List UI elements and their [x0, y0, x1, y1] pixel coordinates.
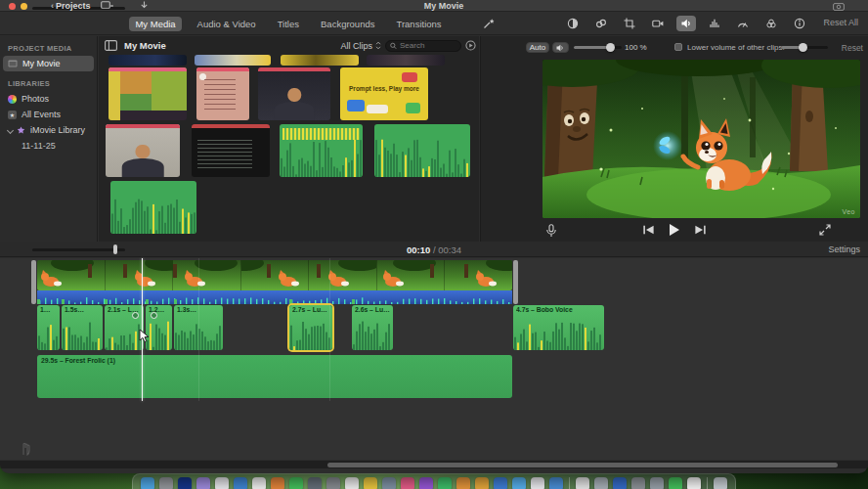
- media-thumbnail-promo[interactable]: Prompt less, Play more: [340, 67, 428, 120]
- previous-frame-button[interactable]: [643, 224, 655, 236]
- dock-app-icon[interactable]: [289, 477, 303, 489]
- lower-volume-slider[interactable]: [781, 46, 828, 49]
- dock-app-icon[interactable]: [345, 477, 359, 489]
- audio-clip[interactable]: 2.1s – L…: [105, 305, 144, 350]
- lower-volume-checkbox[interactable]: [674, 43, 682, 51]
- video-clip-audio-track[interactable]: [37, 290, 512, 304]
- dock-app-icon[interactable]: [494, 477, 507, 489]
- media-thumbnail-strip-navy[interactable]: [108, 55, 187, 66]
- audio-clip[interactable]: 1.5s…: [62, 305, 103, 350]
- media-thumbnail-strip-dark[interactable]: [367, 55, 445, 66]
- dock-app-icon[interactable]: [669, 477, 682, 489]
- sidebar-item-my-movie[interactable]: My Movie: [3, 56, 94, 71]
- dock-app-icon[interactable]: [215, 477, 229, 489]
- fullscreen-icon[interactable]: [819, 224, 831, 236]
- reset-all-button[interactable]: Reset All: [823, 18, 858, 27]
- auto-volume-button[interactable]: Auto: [526, 42, 549, 53]
- timeline-horizontal-scrollbar[interactable]: [0, 461, 868, 468]
- fade-handle[interactable]: [151, 312, 157, 319]
- dock-app-icon[interactable]: [631, 477, 645, 489]
- speed-icon[interactable]: [733, 16, 753, 31]
- camera-icon[interactable]: [833, 2, 845, 11]
- sidebar-item-photos[interactable]: Photos: [0, 91, 97, 107]
- audio-clip[interactable]: 1.2…: [146, 305, 172, 350]
- dock-app-icon[interactable]: [512, 477, 526, 489]
- dock-app-icon[interactable]: [271, 477, 284, 489]
- minimize-window-button[interactable]: [21, 3, 27, 10]
- dock-app-icon[interactable]: [594, 477, 608, 489]
- media-thumbnail-strip-sky[interactable]: [195, 55, 271, 66]
- audio-clip[interactable]: 4.7s – Bobo Voice: [513, 305, 604, 350]
- background-music-clip[interactable]: 29.5s – Forest Frolic (1): [37, 355, 512, 398]
- dock-app-icon[interactable]: [159, 477, 173, 489]
- dock-app-icon[interactable]: [456, 477, 470, 489]
- download-arrow-icon[interactable]: [140, 1, 149, 10]
- media-thumbnail-collage[interactable]: [108, 67, 187, 120]
- color-balance-icon[interactable]: [563, 16, 583, 31]
- dock-app-icon[interactable]: [382, 477, 396, 489]
- tab-my-media[interactable]: My Media: [129, 17, 181, 31]
- clip-trim-handle-left[interactable]: [31, 260, 36, 304]
- clip-filter-icon[interactable]: [761, 16, 781, 31]
- dock-app-icon[interactable]: [549, 477, 563, 489]
- audio-clip[interactable]: 1…: [37, 305, 60, 350]
- dock-app-icon[interactable]: [196, 477, 210, 489]
- dock[interactable]: [132, 473, 736, 489]
- media-thumbnail-audio[interactable]: [110, 181, 196, 234]
- scrollbar-thumb[interactable]: [327, 463, 838, 467]
- dock-app-icon[interactable]: [687, 477, 701, 489]
- timeline[interactable]: 1…1.5s…2.1s – L…1.2…1.3s…2.7s – Lu…2.6s …: [0, 258, 868, 460]
- media-thumbnail-presenter-dark[interactable]: [258, 67, 330, 120]
- clip-trim-handle-right[interactable]: [513, 260, 518, 304]
- dock-app-icon[interactable]: [475, 477, 489, 489]
- back-to-projects-button[interactable]: ‹Projects: [51, 1, 91, 11]
- sidebar-item-event-11-11-25[interactable]: 11-11-25: [0, 138, 97, 154]
- color-correction-icon[interactable]: [591, 16, 611, 31]
- media-thumbnail-audio[interactable]: [374, 124, 470, 177]
- media-thumbnail-strip-yellow[interactable]: [281, 55, 359, 66]
- crop-icon[interactable]: [620, 16, 639, 31]
- mute-button[interactable]: [552, 42, 569, 53]
- tab-audio-video[interactable]: Audio & Video: [192, 17, 262, 31]
- volume-icon[interactable]: [676, 16, 696, 31]
- lower-volume-slider-knob[interactable]: [799, 43, 807, 52]
- video-clip-filmstrip[interactable]: [37, 260, 512, 290]
- dock-app-icon[interactable]: [326, 477, 340, 489]
- dock-app-icon[interactable]: [234, 477, 247, 489]
- dock-app-icon[interactable]: [438, 477, 452, 489]
- dock-app-icon[interactable]: [252, 477, 266, 489]
- noise-reduction-icon[interactable]: [705, 16, 724, 31]
- timeline-settings-button[interactable]: Settings: [828, 244, 860, 254]
- enhance-wand-icon[interactable]: [483, 18, 495, 29]
- sidebar-item-imovie-library[interactable]: iMovie Library: [0, 122, 97, 138]
- fade-handle[interactable]: [132, 312, 139, 319]
- dock-app-icon[interactable]: [364, 477, 377, 489]
- tab-transitions[interactable]: Transitions: [390, 17, 447, 31]
- audio-clip-selected[interactable]: 2.7s – Lu…: [289, 305, 332, 350]
- dock-app-icon[interactable]: [308, 477, 322, 489]
- dock-app-icon[interactable]: [531, 477, 544, 489]
- play-button[interactable]: [669, 223, 681, 237]
- dock-app-icon[interactable]: [714, 477, 727, 489]
- dock-app-icon[interactable]: [178, 477, 192, 489]
- video-viewer[interactable]: Veo: [542, 60, 860, 218]
- close-window-button[interactable]: [9, 3, 16, 10]
- media-thumbnail-presenter-light[interactable]: [106, 124, 180, 177]
- tab-backgrounds[interactable]: Backgrounds: [315, 17, 380, 31]
- record-voiceover-button[interactable]: [545, 224, 557, 238]
- dock-app-icon[interactable]: [419, 477, 433, 489]
- dock-app-icon[interactable]: [613, 477, 627, 489]
- info-icon[interactable]: [790, 16, 809, 31]
- sidebar-item-all-events[interactable]: ★ All Events: [0, 107, 97, 122]
- volume-slider-knob[interactable]: [606, 43, 615, 52]
- import-media-icon[interactable]: [101, 1, 113, 10]
- volume-reset-button[interactable]: Reset: [842, 43, 863, 53]
- media-thumbnail-audio-yellow[interactable]: [280, 124, 363, 177]
- dock-app-icon[interactable]: [576, 477, 589, 489]
- stabilization-icon[interactable]: [648, 16, 668, 31]
- media-thumbnail-terminal[interactable]: [192, 124, 270, 177]
- timeline-zoom-knob[interactable]: [113, 244, 117, 254]
- dock-app-icon[interactable]: [650, 477, 664, 489]
- audio-clip[interactable]: 2.6s – Lu…: [352, 305, 393, 350]
- dock-app-icon[interactable]: [141, 477, 154, 489]
